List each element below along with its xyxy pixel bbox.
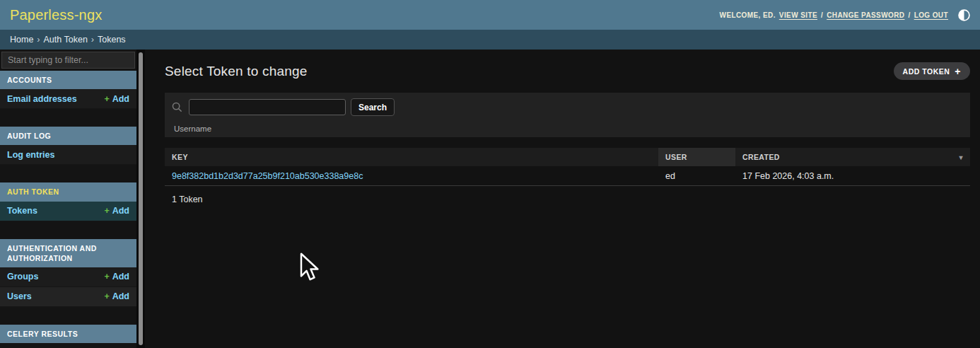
plus-icon: + <box>104 291 109 301</box>
sidebar-item-tokens[interactable]: Tokens +Add <box>0 202 136 221</box>
view-site-link[interactable]: VIEW SITE <box>779 11 817 19</box>
tokens-link[interactable]: Tokens <box>7 206 37 216</box>
search-input[interactable] <box>189 99 346 115</box>
page-title: Select Token to change <box>165 64 308 79</box>
table-row: 9e8f382bd1b2d3d77a25b9f210ab530e338a9e8c… <box>165 166 970 186</box>
add-token-link[interactable]: +Add <box>104 206 129 216</box>
change-password-link[interactable]: CHANGE PASSWORD <box>827 11 904 19</box>
sidebar-item-email-addresses[interactable]: Email addresses +Add <box>0 89 136 109</box>
tokens-table: KEY USER CREATED ▾ 9e8f382bd1b2d3d77a25b… <box>165 148 970 204</box>
user-tools: WELCOME, ED. VIEW SITE / CHANGE PASSWORD… <box>720 8 970 21</box>
breadcrumb-current: Tokens <box>98 35 126 45</box>
add-user-link[interactable]: +Add <box>104 291 129 301</box>
cell-user: ed <box>658 166 735 185</box>
search-field-label: Username <box>174 124 963 133</box>
sidebar-section-accounts: ACCOUNTS Email addresses +Add <box>0 71 136 109</box>
email-addresses-link[interactable]: Email addresses <box>7 94 77 104</box>
scrollbar-thumb[interactable] <box>139 52 143 345</box>
sidebar-section-authentication: AUTHENTICATION AND AUTHORIZATION Groups … <box>0 239 136 307</box>
breadcrumb-auth-token[interactable]: Auth Token <box>44 35 88 45</box>
sidebar-filter-input[interactable] <box>1 52 135 69</box>
sidebar-item-users[interactable]: Users +Add <box>0 287 136 307</box>
breadcrumb-home[interactable]: Home <box>10 35 33 45</box>
add-group-link[interactable]: +Add <box>104 272 129 282</box>
cell-key: 9e8f382bd1b2d3d77a25b9f210ab530e338a9e8c <box>165 166 658 185</box>
section-header-accounts: ACCOUNTS <box>0 71 136 89</box>
plus-icon: + <box>104 94 109 104</box>
search-panel: Search Username <box>165 93 970 137</box>
log-out-link[interactable]: LOG OUT <box>914 11 948 19</box>
section-header-authentication: AUTHENTICATION AND AUTHORIZATION <box>0 239 136 267</box>
brand-link[interactable]: Paperless-ngx <box>10 7 102 23</box>
sort-caret-icon[interactable]: ▾ <box>959 153 963 161</box>
sidebar-item-groups[interactable]: Groups +Add <box>0 267 136 287</box>
users-link[interactable]: Users <box>7 291 32 301</box>
section-header-celery-results: CELERY RESULTS <box>0 325 136 343</box>
add-email-address-link[interactable]: +Add <box>104 94 129 104</box>
groups-link[interactable]: Groups <box>7 272 38 282</box>
section-header-auth-token: AUTH TOKEN <box>0 182 136 201</box>
search-icon <box>172 102 182 112</box>
column-header-created[interactable]: CREATED ▾ <box>735 148 970 166</box>
add-token-button[interactable]: ADD TOKEN + <box>894 62 970 80</box>
welcome-text: WELCOME, ED. <box>720 11 776 19</box>
main-content: Select Token to change ADD TOKEN + Searc… <box>145 50 980 348</box>
search-button[interactable]: Search <box>351 98 395 116</box>
sidebar-section-auth-token: AUTH TOKEN Tokens +Add <box>0 182 136 221</box>
result-count: 1 Token <box>165 186 970 204</box>
sidebar-section-celery-results: CELERY RESULTS <box>0 325 136 343</box>
sidebar: ACCOUNTS Email addresses +Add AUDIT LOG … <box>0 50 136 348</box>
breadcrumb-separator: › <box>37 35 40 45</box>
column-header-key[interactable]: KEY <box>165 148 658 166</box>
sidebar-item-log-entries[interactable]: Log entries <box>0 145 136 165</box>
separator: / <box>821 11 823 19</box>
separator: / <box>908 11 910 19</box>
cell-created: 17 Feb 2026, 4:03 a.m. <box>735 166 970 185</box>
log-entries-link[interactable]: Log entries <box>7 150 54 160</box>
theme-toggle-icon[interactable] <box>957 8 970 21</box>
breadcrumb-separator: › <box>91 35 94 45</box>
token-key-link[interactable]: 9e8f382bd1b2d3d77a25b9f210ab530e338a9e8c <box>172 171 363 181</box>
column-header-user[interactable]: USER <box>658 148 735 166</box>
sidebar-scrollbar[interactable] <box>136 50 145 348</box>
table-header-row: KEY USER CREATED ▾ <box>165 148 970 166</box>
sidebar-section-audit-log: AUDIT LOG Log entries <box>0 127 136 165</box>
plus-icon: + <box>955 66 961 76</box>
plus-icon: + <box>104 272 109 282</box>
plus-icon: + <box>104 206 109 216</box>
breadcrumb: Home › Auth Token › Tokens <box>0 30 980 50</box>
top-header: Paperless-ngx WELCOME, ED. VIEW SITE / C… <box>0 0 980 30</box>
section-header-audit-log: AUDIT LOG <box>0 127 136 145</box>
